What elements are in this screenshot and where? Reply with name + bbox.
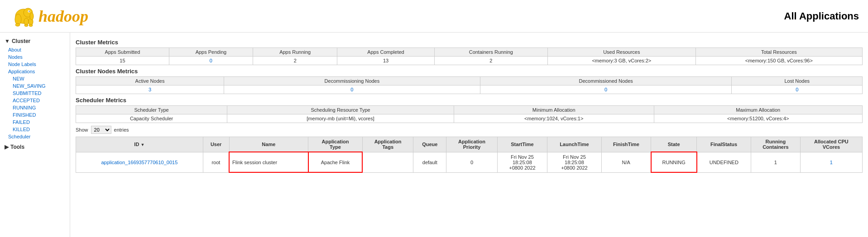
- col-active-nodes: Active Nodes: [76, 77, 224, 85]
- col-maximum-allocation: Maximum Allocation: [654, 106, 862, 114]
- sidebar-item-new-saving[interactable]: NEW_SAVING: [0, 82, 70, 90]
- scheduling-resource-val: [memory-mb (unit=Mi), vcores]: [227, 114, 454, 123]
- tools-arrow-icon: ▶: [5, 144, 9, 150]
- logo-area: hadoop: [9, 4, 88, 28]
- col-state[interactable]: State: [651, 137, 697, 152]
- app-id-link[interactable]: application_1669357770610_0015: [101, 160, 177, 165]
- col-decommissioned-nodes: Decommissioned Nodes: [480, 77, 732, 85]
- col-decommissioning-nodes: Decommissioning Nodes: [224, 77, 480, 85]
- app-queue-cell: default: [413, 152, 446, 172]
- show-label: Show: [76, 127, 88, 133]
- sidebar-item-accepted[interactable]: ACCEPTED: [0, 97, 70, 104]
- sidebar-item-nodes[interactable]: Nodes: [0, 53, 70, 61]
- page-header: hadoop All Applications: [0, 0, 868, 33]
- total-resources-val: <memory:150 GB, vCores:96>: [695, 57, 862, 65]
- main-content: Cluster Metrics Apps Submitted Apps Pend…: [70, 33, 868, 237]
- cluster-metrics-table: Apps Submitted Apps Pending Apps Running…: [76, 47, 863, 65]
- col-name[interactable]: Name: [229, 137, 308, 152]
- cluster-arrow-icon: ▼: [5, 38, 10, 44]
- scheduler-metrics-table: Scheduler Type Scheduling Resource Type …: [76, 105, 863, 123]
- cluster-metrics-title: Cluster Metrics: [76, 39, 863, 46]
- tools-section-title[interactable]: ▶ Tools: [0, 142, 70, 152]
- col-running-containers[interactable]: RunningContainers: [751, 137, 801, 152]
- svg-point-6: [30, 13, 34, 20]
- col-scheduler-type: Scheduler Type: [76, 106, 227, 114]
- col-final-status[interactable]: FinalStatus: [697, 137, 751, 152]
- main-layout: ▼ Cluster About Nodes Node Labels Applic…: [0, 33, 868, 237]
- apps-completed-val: 13: [337, 57, 434, 65]
- app-id-cell: application_1669357770610_0015: [76, 152, 203, 172]
- svg-point-2: [15, 24, 20, 26]
- entries-select[interactable]: 20 50 100: [91, 126, 111, 134]
- app-tags-cell: [362, 152, 413, 172]
- applications-table: ID ▼ User Name ApplicationType Applicati…: [76, 137, 863, 173]
- hadoop-elephant-icon: [9, 4, 36, 28]
- apps-table-header-row: ID ▼ User Name ApplicationType Applicati…: [76, 137, 863, 152]
- col-allocated-cpu[interactable]: Allocated CPUVCores: [800, 137, 862, 152]
- app-user-cell: root: [203, 152, 229, 172]
- col-id[interactable]: ID ▼: [76, 137, 203, 152]
- col-queue[interactable]: Queue: [413, 137, 446, 152]
- sidebar-item-scheduler[interactable]: Scheduler: [0, 133, 70, 140]
- used-resources-val: <memory:3 GB, vCores:2>: [547, 57, 695, 65]
- sidebar-item-killed[interactable]: KILLED: [0, 126, 70, 133]
- col-launch-time[interactable]: LaunchTime: [547, 137, 602, 152]
- apps-running-val: 2: [253, 57, 337, 65]
- min-allocation-val: <memory:1024, vCores:1>: [454, 114, 654, 123]
- hadoop-logo-text: hadoop: [38, 7, 88, 26]
- sidebar-item-running[interactable]: RUNNING: [0, 104, 70, 111]
- col-containers-running: Containers Running: [434, 48, 547, 57]
- app-allocated-cpu-cell: 1: [800, 152, 862, 172]
- apps-pending-val: 0: [169, 57, 253, 65]
- col-apps-running: Apps Running: [253, 48, 337, 57]
- sidebar-item-finished[interactable]: FINISHED: [0, 111, 70, 118]
- col-user[interactable]: User: [203, 137, 229, 152]
- col-minimum-allocation: Minimum Allocation: [454, 106, 654, 114]
- sidebar-item-node-labels[interactable]: Node Labels: [0, 61, 70, 68]
- app-running-containers-cell: 1: [751, 152, 801, 172]
- sidebar-item-new[interactable]: NEW: [0, 75, 70, 82]
- cluster-nodes-metrics-title: Cluster Nodes Metrics: [76, 68, 863, 75]
- app-finish-time-cell: N/A: [601, 152, 651, 172]
- scheduler-metrics-row: Capacity Scheduler [memory-mb (unit=Mi),…: [76, 114, 863, 123]
- scheduler-metrics-title: Scheduler Metrics: [76, 97, 863, 104]
- id-sort-icon: ▼: [140, 142, 144, 147]
- decommissioning-nodes-val: 0: [224, 85, 480, 94]
- app-start-time-cell: Fri Nov 2518:25:08+0800 2022: [497, 152, 547, 172]
- show-entries-control: Show 20 50 100 entries: [76, 126, 863, 134]
- col-used-resources: Used Resources: [547, 48, 695, 57]
- col-application-type[interactable]: ApplicationType: [308, 137, 363, 152]
- app-final-status-cell: UNDEFINED: [697, 152, 751, 172]
- app-launch-time-cell: Fri Nov 2518:25:08+0800 2022: [547, 152, 602, 172]
- apps-submitted-val: 15: [76, 57, 169, 65]
- cluster-section-title[interactable]: ▼ Cluster: [0, 36, 70, 46]
- sidebar-item-about[interactable]: About: [0, 46, 70, 53]
- col-application-tags[interactable]: ApplicationTags: [362, 137, 413, 152]
- sidebar-item-submitted[interactable]: SUBMITTED: [0, 90, 70, 97]
- table-row: application_1669357770610_0015 root Flin…: [76, 152, 863, 172]
- sidebar: ▼ Cluster About Nodes Node Labels Applic…: [0, 33, 70, 237]
- sidebar-item-failed[interactable]: FAILED: [0, 118, 70, 126]
- page-title: All Applications: [784, 10, 859, 22]
- scheduler-type-val: Capacity Scheduler: [76, 114, 227, 123]
- col-start-time[interactable]: StartTime: [497, 137, 547, 152]
- col-scheduling-resource-type: Scheduling Resource Type: [227, 106, 454, 114]
- col-apps-pending: Apps Pending: [169, 48, 253, 57]
- max-allocation-val: <memory:51200, vCores:4>: [654, 114, 862, 123]
- cluster-metrics-row: 15 0 2 13 2 <memory:3 GB, vCores:2> <mem…: [76, 57, 863, 65]
- allocated-cpu-link[interactable]: 1: [830, 160, 833, 165]
- col-finish-time[interactable]: FinishTime: [601, 137, 651, 152]
- svg-point-1: [15, 14, 21, 25]
- decommissioned-nodes-val: 0: [480, 85, 732, 94]
- col-application-priority[interactable]: ApplicationPriority: [446, 137, 498, 152]
- svg-point-10: [29, 24, 33, 27]
- app-priority-cell: 0: [446, 152, 498, 172]
- entries-label: entries: [114, 127, 129, 133]
- svg-point-8: [29, 11, 30, 12]
- col-total-resources: Total Resources: [695, 48, 862, 57]
- cluster-nodes-row: 3 0 0 0: [76, 85, 863, 94]
- containers-running-val: 2: [434, 57, 547, 65]
- app-name-cell: Flink session cluster: [229, 152, 308, 172]
- svg-point-9: [24, 24, 28, 27]
- sidebar-item-applications[interactable]: Applications: [0, 68, 70, 75]
